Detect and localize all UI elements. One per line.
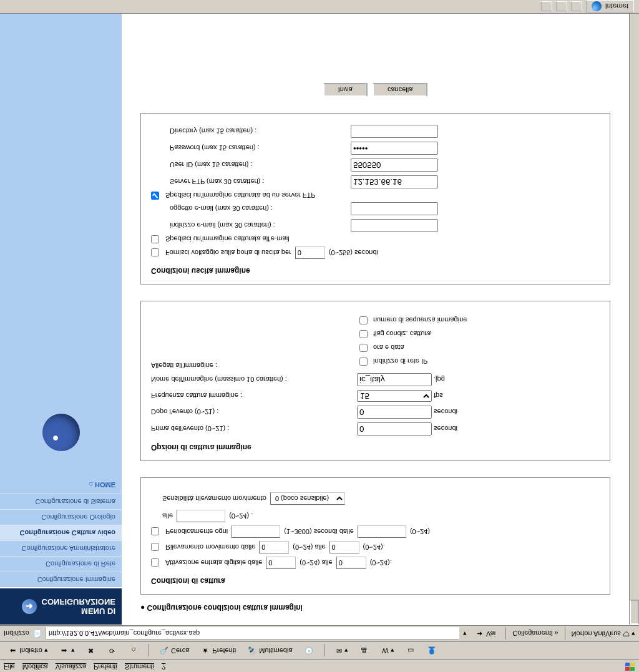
- send-ftp-checkbox[interactable]: [151, 192, 159, 200]
- digital-input-checkbox[interactable]: [151, 559, 159, 567]
- capture-conditions-box: Condizioni di cattura Attivazione entrat…: [140, 477, 610, 595]
- menu-file[interactable]: File: [4, 661, 15, 671]
- svg-rect-0: [625, 667, 630, 671]
- home-icon: ⌂: [89, 481, 93, 489]
- sidebar-item-admin[interactable]: Configurazione Amministratore: [0, 540, 122, 556]
- cancel-button[interactable]: cancella: [373, 83, 427, 97]
- sidebar-header: MENU DI CONFIGURAZIONE ➜: [0, 588, 122, 625]
- internet-zone-icon: [592, 2, 602, 12]
- toolbar: ⬅ Indietro ▾ ➡ ▾ ✖ ⟳ ⌂ 🔍 Cerca ★ Preferi…: [0, 641, 639, 659]
- image-name-input[interactable]: [357, 373, 432, 386]
- periodic-from[interactable]: [358, 525, 406, 538]
- attach-seq-checkbox[interactable]: [359, 316, 368, 324]
- before-event-input[interactable]: [357, 422, 432, 436]
- svg-rect-1: [630, 667, 635, 671]
- ftp-server-input[interactable]: [351, 175, 438, 188]
- menu-view[interactable]: Visualizza: [56, 661, 86, 671]
- motion-to[interactable]: [329, 541, 359, 553]
- favorites-button[interactable]: ★ Preferiti: [197, 645, 240, 656]
- links-label[interactable]: Collegamenti »: [512, 630, 558, 638]
- capture-frequency-select[interactable]: 15: [357, 390, 432, 402]
- menu-edit[interactable]: Modifica: [22, 661, 48, 671]
- capture-options-title: Opzioni di cattura immagine: [151, 443, 600, 452]
- sidebar-item-clock[interactable]: Configurazione Orologio: [0, 509, 122, 525]
- sidebar-item-image[interactable]: Configurazione Immagine: [0, 572, 122, 587]
- periodic-checkbox[interactable]: [151, 528, 159, 536]
- home-button[interactable]: ⌂: [125, 646, 142, 656]
- edit-button[interactable]: W▾: [377, 645, 398, 656]
- vertical-scrollbar[interactable]: [629, 14, 639, 625]
- forward-button[interactable]: ➡ ▾: [56, 645, 79, 656]
- svg-rect-3: [630, 663, 635, 666]
- status-cell: [541, 2, 552, 12]
- status-cell: [556, 2, 567, 12]
- media-button[interactable]: 🔊 Multimedia: [243, 645, 296, 656]
- voltage-checkbox[interactable]: [151, 249, 159, 257]
- ie-page-icon: 📄: [33, 630, 42, 638]
- search-button[interactable]: 🔍 Cerca: [155, 645, 193, 656]
- camera-logo-icon: [42, 414, 80, 451]
- windows-flag-icon: [625, 662, 635, 671]
- periodic-seconds[interactable]: [232, 525, 280, 538]
- digital-input-from[interactable]: [266, 557, 296, 569]
- mail-button[interactable]: ✉▾: [331, 645, 352, 656]
- motion-from[interactable]: [259, 541, 289, 553]
- address-label: Indirizzo: [4, 630, 29, 638]
- sidebar-header-icon: ➜: [22, 599, 37, 614]
- submit-button[interactable]: Invia: [323, 83, 368, 97]
- sidebar-item-network[interactable]: Configurazione di Rete: [0, 556, 122, 572]
- home-link[interactable]: ⌂ HOME: [0, 476, 122, 494]
- image-output-box: Condizioni uscita immagine Fornisci volt…: [140, 113, 610, 285]
- email-address-input[interactable]: [351, 219, 438, 232]
- digital-input-to[interactable]: [336, 557, 366, 569]
- sidebar: MENU DI CONFIGURAZIONE ➜ Configurazione …: [0, 14, 122, 625]
- image-output-title: Condizioni uscita immagine: [151, 266, 600, 275]
- capture-conditions-title: Condizioni di cattura: [151, 577, 600, 585]
- after-event-input[interactable]: [357, 406, 432, 419]
- client-area: MENU DI CONFIGURAZIONE ➜ Configurazione …: [0, 14, 639, 625]
- attach-ip-checkbox[interactable]: [359, 358, 368, 366]
- attachments-label: Allegati all'immagine :: [151, 313, 351, 369]
- digital-input-label-a: Attivazione entrata digitale dalle: [165, 559, 262, 567]
- periodic-to[interactable]: [177, 510, 225, 522]
- page-title: Configurazione condizioni cattura immagi…: [140, 603, 610, 612]
- sidebar-item-system[interactable]: Configurazione di Sistema: [0, 494, 122, 509]
- attach-flag-checkbox[interactable]: [359, 330, 368, 338]
- sensitivity-label: Sensibilità rilevamento movimento: [162, 495, 266, 502]
- scrollbar-thumb[interactable]: [630, 600, 639, 625]
- svg-rect-2: [625, 663, 630, 666]
- content: Configurazione condizioni cattura immagi…: [122, 14, 629, 625]
- ftp-user-input[interactable]: [351, 158, 438, 172]
- refresh-button[interactable]: ⟳: [104, 645, 121, 656]
- status-bar: Internet: [0, 0, 639, 14]
- print-button[interactable]: 🖶: [356, 646, 373, 656]
- stop-button[interactable]: ✖: [82, 645, 100, 656]
- norton-label[interactable]: Norton AntiVirus 🛡 ▾: [572, 630, 635, 638]
- history-button[interactable]: 🕑: [300, 645, 318, 656]
- menu-fav[interactable]: Preferiti: [94, 661, 117, 671]
- go-button[interactable]: ➜ Vai: [471, 628, 499, 639]
- voltage-seconds-input[interactable]: [295, 246, 325, 259]
- sidebar-item-capture-video[interactable]: Configurazione Cattura video: [0, 525, 122, 540]
- ftp-password-input[interactable]: [351, 142, 438, 155]
- address-dropdown-icon[interactable]: ▾: [463, 630, 467, 638]
- logo-area: [0, 14, 122, 476]
- ftp-directory-input[interactable]: [351, 125, 438, 138]
- messenger-button[interactable]: 👤: [423, 645, 441, 656]
- menubar: File Modifica Visualizza Preferiti Strum…: [0, 659, 639, 672]
- email-subject-input[interactable]: [351, 202, 438, 215]
- discuss-button[interactable]: ▭: [402, 645, 419, 656]
- address-bar: Indirizzo 📄 ▾ ➜ Vai Collegamenti » Norto…: [0, 625, 639, 641]
- attach-datetime-checkbox[interactable]: [359, 344, 368, 352]
- menu-tools[interactable]: Strumenti: [125, 661, 154, 671]
- status-cell: [571, 2, 582, 12]
- send-email-checkbox[interactable]: [151, 235, 159, 243]
- back-button[interactable]: ⬅ Indietro ▾: [4, 645, 52, 656]
- address-input[interactable]: [46, 628, 459, 640]
- motion-checkbox[interactable]: [151, 543, 159, 552]
- capture-options-box: Opzioni di cattura immagine Prima dell'e…: [140, 301, 610, 461]
- sensitivity-select[interactable]: 0 (poco sensibile): [270, 492, 345, 505]
- menu-help[interactable]: ?: [162, 661, 165, 671]
- status-zone: Internet: [586, 1, 634, 13]
